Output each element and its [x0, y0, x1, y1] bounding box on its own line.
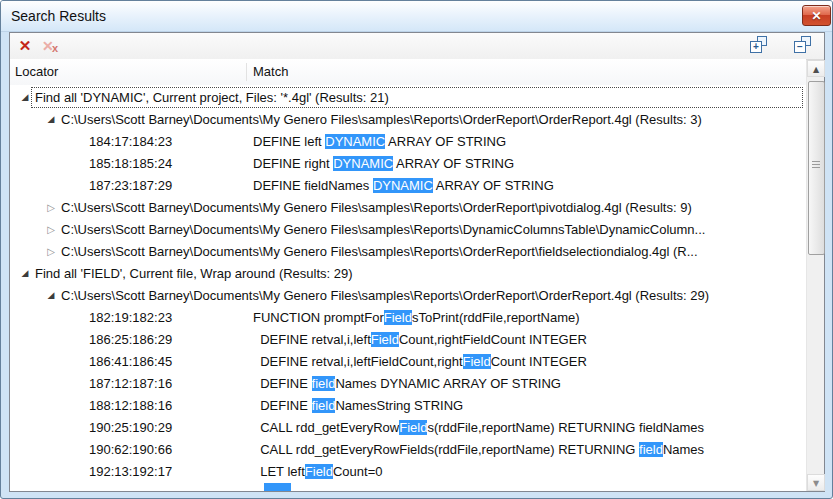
- match-highlight: DYNAMIC: [333, 156, 393, 171]
- match-highlight: Field: [463, 354, 491, 369]
- match-highlight: Field: [384, 310, 412, 325]
- match-locator: 182:19:182:23: [89, 307, 172, 329]
- column-header-locator[interactable]: Locator: [15, 59, 58, 84]
- match-locator: 192:13:192:17: [89, 461, 172, 483]
- collapse-all-button[interactable]: −: [793, 36, 813, 56]
- search-label: Find all 'DYNAMIC', Current project, Fil…: [35, 87, 389, 109]
- collapse-arrow-icon[interactable]: ◢: [19, 87, 31, 108]
- match-row[interactable]: 188:12:188:16 DEFINE fieldNamesString ST…: [10, 395, 806, 417]
- titlebar[interactable]: Search Results ✕: [1, 1, 832, 32]
- expand-arrow-icon[interactable]: ▷: [45, 241, 57, 262]
- close-button[interactable]: ✕: [802, 5, 831, 26]
- collapse-arrow-icon[interactable]: ◢: [45, 109, 57, 130]
- results-tree: ◢Find all 'DYNAMIC', Current project, Fi…: [10, 85, 806, 491]
- match-locator: 187:12:187:16: [89, 373, 172, 395]
- clipped-match-highlight: [264, 483, 291, 491]
- match-highlight: Field: [305, 464, 333, 479]
- match-text: CALL rdd_getEveryRowFields(rddFile,repor…: [253, 439, 704, 461]
- search-row[interactable]: ◢Find all 'DYNAMIC', Current project, Fi…: [10, 87, 806, 109]
- match-row[interactable]: 190:25:190:29 CALL rdd_getEveryRowFields…: [10, 417, 806, 439]
- match-row[interactable]: 182:19:182:23FUNCTION promptForFieldsToP…: [10, 307, 806, 329]
- scroll-up-button[interactable]: ▲: [807, 60, 825, 77]
- match-locator: 190:25:190:29: [89, 417, 172, 439]
- column-separator[interactable]: [246, 63, 247, 81]
- match-locator: 185:18:185:24: [89, 153, 172, 175]
- match-row[interactable]: 184:17:184:23DEFINE left DYNAMIC ARRAY O…: [10, 131, 806, 153]
- expand-arrow-icon[interactable]: ▷: [45, 219, 57, 240]
- remove-all-small-x-icon: x: [52, 39, 58, 57]
- expand-all-button[interactable]: +: [749, 36, 769, 56]
- match-row-clipped[interactable]: [10, 483, 806, 491]
- match-row[interactable]: 190:62:190:66 CALL rdd_getEveryRowFields…: [10, 439, 806, 461]
- file-row[interactable]: ◢C:\Users\Scott Barney\Documents\My Gene…: [10, 285, 806, 307]
- match-row[interactable]: 185:18:185:24DEFINE right DYNAMIC ARRAY …: [10, 153, 806, 175]
- file-path-label: C:\Users\Scott Barney\Documents\My Gener…: [61, 241, 698, 263]
- match-text: DEFINE left DYNAMIC ARRAY OF STRING: [253, 131, 506, 153]
- match-highlight: Field: [399, 420, 427, 435]
- column-header: Locator Match: [10, 59, 806, 86]
- scroll-down-icon: ▼: [813, 479, 819, 488]
- file-path-label: C:\Users\Scott Barney\Documents\My Gener…: [61, 219, 705, 241]
- match-highlight: Field: [371, 332, 399, 347]
- search-results-window: Search Results ✕ ✕ ✕ x + − Locator Ma: [0, 0, 833, 499]
- file-row[interactable]: ◢C:\Users\Scott Barney\Documents\My Gene…: [10, 109, 806, 131]
- match-locator: 186:41:186:45: [89, 351, 172, 373]
- remove-search-icon: ✕: [19, 37, 32, 54]
- match-row[interactable]: 192:13:192:17 LET leftFieldCount=0: [10, 461, 806, 483]
- expand-arrow-icon[interactable]: ▷: [45, 197, 57, 218]
- scroll-up-icon: ▲: [813, 65, 819, 74]
- match-locator: 190:62:190:66: [89, 439, 172, 461]
- scrollbar-thumb[interactable]: [808, 81, 825, 255]
- match-locator: 186:25:186:29: [89, 329, 172, 351]
- match-text: CALL rdd_getEveryRowFields(rddFile,repor…: [253, 417, 704, 439]
- remove-all-searches-button[interactable]: ✕ x: [40, 35, 62, 57]
- match-text: DEFINE fieldNamesString STRING: [253, 395, 463, 417]
- match-highlight: field: [639, 442, 663, 457]
- match-locator: 184:17:184:23: [89, 131, 172, 153]
- match-highlight: field: [312, 376, 336, 391]
- match-highlight: field: [312, 398, 336, 413]
- match-text: DEFINE fieldNames DYNAMIC ARRAY OF STRIN…: [253, 373, 561, 395]
- file-row[interactable]: ▷C:\Users\Scott Barney\Documents\My Gene…: [10, 241, 806, 263]
- match-locator: 188:12:188:16: [89, 395, 172, 417]
- close-icon: ✕: [811, 9, 821, 23]
- file-path-label: C:\Users\Scott Barney\Documents\My Gener…: [61, 285, 709, 307]
- match-text: DEFINE fieldNames DYNAMIC ARRAY OF STRIN…: [253, 175, 554, 197]
- match-text: DEFINE retval,i,leftFieldCount,rightFiel…: [253, 329, 587, 351]
- search-label: Find all 'FIELD', Current file, Wrap aro…: [35, 263, 353, 285]
- match-row[interactable]: 186:41:186:45 DEFINE retval,i,leftFieldC…: [10, 351, 806, 373]
- match-locator: 187:23:187:29: [89, 175, 172, 197]
- file-row[interactable]: ▷C:\Users\Scott Barney\Documents\My Gene…: [10, 197, 806, 219]
- match-text: DEFINE right DYNAMIC ARRAY OF STRING: [253, 153, 514, 175]
- window-title: Search Results: [11, 1, 106, 31]
- toolbar: ✕ ✕ x + −: [10, 33, 824, 60]
- match-row[interactable]: 187:12:187:16 DEFINE fieldNames DYNAMIC …: [10, 373, 806, 395]
- match-highlight: DYNAMIC: [373, 178, 433, 193]
- file-row[interactable]: ▷C:\Users\Scott Barney\Documents\My Gene…: [10, 219, 806, 241]
- collapse-arrow-icon[interactable]: ◢: [45, 285, 57, 306]
- expand-all-icon: +: [750, 41, 762, 53]
- match-text: LET leftFieldCount=0: [253, 461, 383, 483]
- collapse-arrow-icon[interactable]: ◢: [19, 263, 31, 284]
- file-path-label: C:\Users\Scott Barney\Documents\My Gener…: [61, 197, 692, 219]
- match-row[interactable]: 186:25:186:29 DEFINE retval,i,leftFieldC…: [10, 329, 806, 351]
- search-row[interactable]: ◢Find all 'FIELD', Current file, Wrap ar…: [10, 263, 806, 285]
- match-text: FUNCTION promptForFieldsToPrint(rddFile,…: [253, 307, 580, 329]
- match-text: DEFINE retval,i,leftFieldCount,rightFiel…: [253, 351, 587, 373]
- match-row[interactable]: 187:23:187:29DEFINE fieldNames DYNAMIC A…: [10, 175, 806, 197]
- remove-search-button[interactable]: ✕: [14, 35, 36, 57]
- scroll-down-button[interactable]: ▼: [807, 474, 825, 491]
- vertical-scrollbar[interactable]: ▲ ▼: [806, 60, 824, 491]
- column-header-match[interactable]: Match: [253, 59, 288, 84]
- collapse-all-icon: −: [794, 41, 806, 53]
- match-highlight: DYNAMIC: [325, 134, 385, 149]
- file-path-label: C:\Users\Scott Barney\Documents\My Gener…: [61, 109, 702, 131]
